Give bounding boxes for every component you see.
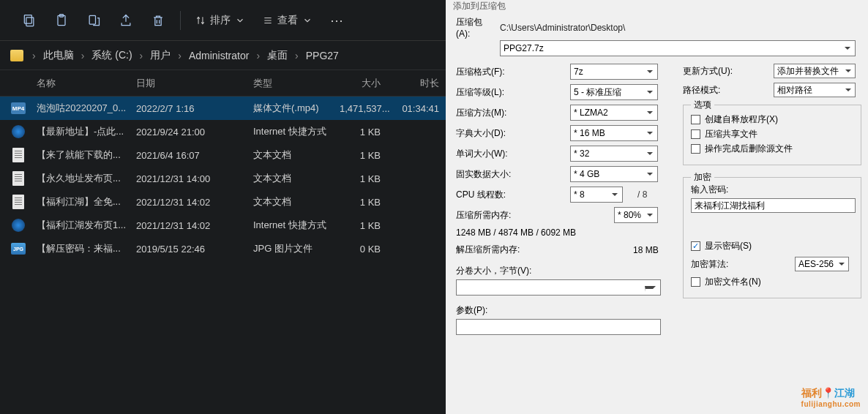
file-row[interactable]: 【福利江湖发布页1...2021/12/31 14:02Internet 快捷方…	[0, 214, 446, 237]
file-row[interactable]: 【福利江湖】全免...2021/12/31 14:02文本文档1 KB	[0, 190, 446, 214]
file-date: 2022/2/7 1:16	[136, 103, 253, 114]
breadcrumb-item[interactable]: 用户	[147, 48, 173, 64]
show-password-label: 显示密码(S)	[705, 240, 752, 252]
encrypt-names-checkbox[interactable]	[691, 277, 700, 287]
mem-decompress-label: 解压缩所需内存:	[456, 244, 544, 256]
pathmode-label: 路径模式:	[683, 84, 752, 97]
encrypt-title: 加密	[691, 171, 714, 184]
file-name: 【来了就能下载的...	[37, 148, 136, 162]
paste-icon[interactable]	[45, 4, 78, 37]
sort-label: 排序	[210, 14, 231, 27]
file-type: 文本文档	[253, 195, 340, 208]
solid-label: 固实数据大小:	[456, 168, 519, 181]
archive-label: 压缩包(A):	[456, 16, 500, 39]
archive-name-combo[interactable]: PPG27.7z	[500, 40, 856, 56]
column-name[interactable]: 名称	[37, 77, 136, 90]
show-password-checkbox[interactable]	[691, 241, 700, 251]
solid-combo[interactable]: * 4 GB	[570, 166, 658, 182]
sfx-checkbox[interactable]	[691, 115, 700, 124]
breadcrumb-item[interactable]: 系统 (C:)	[89, 48, 135, 64]
file-type: Internet 快捷方式	[253, 219, 340, 232]
file-type: JPG 图片文件	[253, 242, 340, 255]
update-label: 更新方式(U):	[683, 65, 752, 78]
share-icon[interactable]	[110, 4, 142, 37]
file-name: 【永久地址发布页...	[37, 172, 136, 185]
txt-icon	[12, 195, 24, 209]
chevron-right-icon: ›	[81, 50, 85, 61]
mem-compress-label: 压缩所需内存:	[456, 209, 544, 222]
algo-combo[interactable]: AES-256	[795, 257, 849, 271]
sfx-label: 创建自释放程序(X)	[705, 113, 778, 126]
file-row[interactable]: 【来了就能下载的...2021/6/4 16:07文本文档1 KB	[0, 143, 446, 167]
format-label: 压缩格式(F):	[456, 66, 519, 78]
split-combo[interactable]	[456, 279, 661, 296]
chevron-right-icon: ›	[178, 50, 182, 61]
file-date: 2021/12/31 14:00	[136, 173, 253, 184]
file-type: 文本文档	[253, 172, 340, 185]
format-combo[interactable]: 7z	[570, 64, 658, 80]
svg-rect-0	[26, 17, 34, 26]
breadcrumb: › 此电脑 › 系统 (C:) › 用户 › Administrator › 桌…	[0, 41, 446, 70]
delete-icon[interactable]	[142, 4, 174, 37]
method-label: 压缩方法(M):	[456, 107, 519, 119]
pathmode-combo[interactable]: 相对路径	[774, 83, 856, 97]
file-size: 1 KB	[340, 220, 395, 231]
encrypt-fieldset: 加密 输入密码: 来福利江湖找福利 显示密码(S) 加密算法: AES-256 …	[683, 177, 861, 298]
more-icon[interactable]: ⋯	[321, 12, 352, 29]
dict-label: 字典大小(D):	[456, 127, 519, 140]
copy-icon[interactable]	[13, 4, 45, 37]
breadcrumb-item[interactable]: PPG27	[303, 48, 342, 63]
view-button[interactable]: 查看	[254, 4, 321, 37]
file-date: 2021/12/31 14:02	[136, 220, 253, 231]
cpu-combo[interactable]: * 8	[570, 187, 623, 203]
update-combo[interactable]: 添加并替换文件	[774, 64, 856, 78]
column-type[interactable]: 类型	[253, 77, 340, 90]
file-row[interactable]: MP4泡泡咕20220207_0...2022/2/7 1:16媒体文件(.mp…	[0, 97, 446, 120]
password-label: 输入密码:	[691, 184, 853, 196]
url-icon	[12, 219, 25, 232]
toolbar: 排序 查看 ⋯	[0, 0, 446, 41]
level-combo[interactable]: 5 - 标准压缩	[570, 84, 658, 100]
word-combo[interactable]: * 32	[570, 146, 658, 162]
txt-icon	[12, 148, 24, 162]
options-title: 选项	[691, 99, 714, 111]
breadcrumb-item[interactable]: 桌面	[264, 48, 291, 64]
breadcrumb-item[interactable]: 此电脑	[40, 48, 77, 64]
column-size[interactable]: 大小	[340, 77, 395, 90]
method-combo[interactable]: * LZMA2	[570, 105, 658, 121]
column-duration[interactable]: 时长	[395, 77, 439, 90]
svg-rect-4	[89, 15, 95, 24]
folder-icon	[10, 50, 23, 61]
list-header: 名称 日期 类型 大小 时长	[0, 70, 446, 97]
delete-checkbox[interactable]	[691, 144, 700, 154]
file-name: 【福利江湖】全免...	[37, 195, 136, 208]
file-row[interactable]: JPG【解压密码：来福...2019/5/15 22:46JPG 图片文件0 K…	[0, 237, 446, 260]
file-size: 1 KB	[340, 150, 395, 161]
file-date: 2021/9/24 21:00	[136, 127, 253, 138]
dict-combo[interactable]: * 16 MB	[570, 125, 658, 141]
param-input[interactable]	[456, 319, 661, 335]
mem-percent-combo[interactable]: * 80%	[614, 207, 658, 223]
url-icon	[12, 125, 25, 138]
shared-checkbox[interactable]	[691, 129, 700, 139]
view-label: 查看	[277, 14, 298, 27]
cpu-label: CPU 线程数:	[456, 189, 519, 201]
level-label: 压缩等级(L):	[456, 86, 519, 99]
column-date[interactable]: 日期	[136, 77, 253, 90]
txt-icon	[12, 171, 24, 186]
chevron-right-icon: ›	[295, 50, 299, 61]
file-size: 1 KB	[340, 197, 395, 208]
cpu-total: / 8	[637, 189, 647, 200]
dialog-title: 添加到压缩包	[446, 0, 868, 10]
cut-icon[interactable]	[78, 4, 110, 37]
breadcrumb-item[interactable]: Administrator	[186, 48, 252, 63]
file-size: 0 KB	[340, 244, 395, 255]
file-row[interactable]: 【永久地址发布页...2021/12/31 14:00文本文档1 KB	[0, 167, 446, 190]
sort-button[interactable]: 排序	[187, 4, 254, 37]
file-date: 2021/6/4 16:07	[136, 150, 253, 161]
options-fieldset: 选项 创建自释放程序(X) 压缩共享文件 操作完成后删除源文件	[683, 105, 861, 165]
file-date: 2019/5/15 22:46	[136, 244, 253, 255]
password-input[interactable]: 来福利江湖找福利	[691, 198, 856, 213]
file-row[interactable]: 【最新地址】-点此...2021/9/24 21:00Internet 快捷方式…	[0, 120, 446, 143]
chevron-right-icon: ›	[140, 50, 143, 61]
